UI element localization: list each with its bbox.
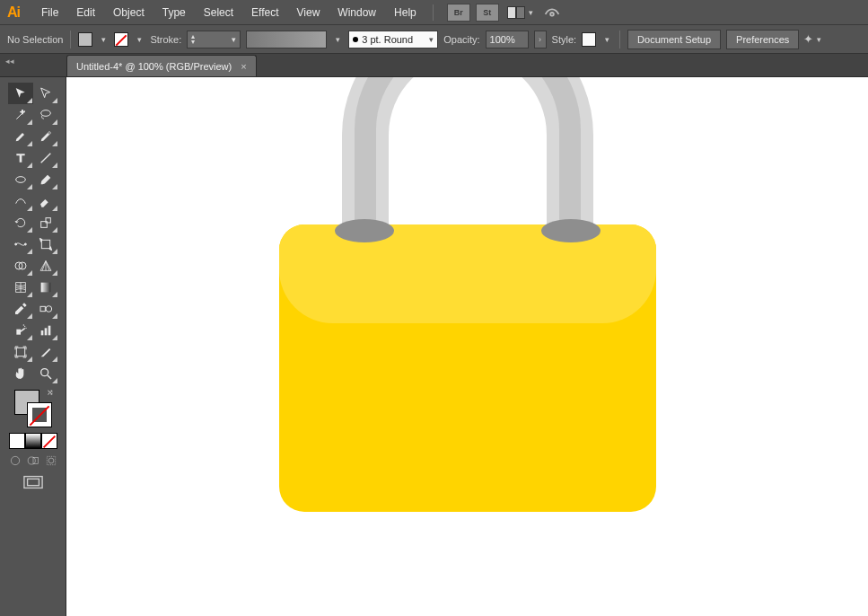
svg-point-7 — [24, 243, 26, 245]
gpu-preview-icon[interactable] — [542, 4, 562, 21]
svg-point-17 — [22, 324, 23, 325]
eraser-tool[interactable] — [33, 190, 58, 212]
menu-window[interactable]: Window — [329, 3, 385, 22]
arrange-documents-button[interactable]: ▾ — [507, 6, 537, 19]
stroke-label: Stroke: — [150, 34, 181, 45]
svg-point-23 — [11, 456, 19, 464]
mesh-tool[interactable] — [8, 277, 33, 298]
selection-status: No Selection — [7, 34, 63, 45]
color-mode-gradient[interactable] — [25, 433, 41, 449]
menu-type[interactable]: Type — [153, 3, 195, 22]
tools-panel: ⤭ — [0, 77, 66, 616]
column-graph-tool[interactable] — [33, 320, 58, 341]
opacity-input[interactable]: 100% — [486, 31, 529, 48]
brush-definition[interactable]: 3 pt. Round ▾ — [348, 31, 438, 48]
pen-tool[interactable] — [8, 126, 33, 147]
svg-rect-8 — [41, 240, 49, 248]
eyedropper-tool[interactable] — [8, 298, 33, 320]
hand-tool[interactable] — [8, 363, 33, 384]
app-logo-icon: Ai — [7, 4, 20, 21]
magic-wand-tool[interactable] — [8, 104, 33, 126]
rotate-tool[interactable] — [8, 212, 33, 233]
svg-rect-12 — [40, 283, 50, 293]
menu-file[interactable]: File — [32, 3, 67, 22]
ellipse-tool[interactable] — [8, 169, 33, 190]
document-setup-button[interactable]: Document Setup — [627, 30, 721, 49]
svg-point-27 — [48, 458, 54, 463]
screen-mode-icon[interactable] — [23, 475, 43, 492]
menu-select[interactable]: Select — [195, 3, 242, 22]
menu-view[interactable]: View — [288, 3, 329, 22]
free-transform-tool[interactable] — [33, 233, 58, 255]
canvas[interactable] — [66, 77, 868, 616]
svg-rect-5 — [46, 218, 50, 223]
brush-definition-label: 3 pt. Round — [362, 34, 413, 45]
svg-point-16 — [25, 328, 26, 329]
artwork-padlock-icon — [279, 224, 656, 512]
color-mode-solid[interactable] — [9, 433, 25, 449]
menu-effect[interactable]: Effect — [242, 3, 287, 22]
svg-point-6 — [14, 243, 16, 245]
svg-point-14 — [46, 306, 52, 312]
svg-point-15 — [24, 326, 25, 327]
svg-rect-13 — [40, 306, 45, 311]
svg-rect-20 — [48, 326, 50, 336]
opacity-more-icon[interactable]: › — [534, 31, 547, 48]
draw-inside-icon[interactable] — [45, 454, 57, 470]
preferences-button[interactable]: Preferences — [726, 30, 799, 49]
bridge-button[interactable]: Br — [447, 4, 470, 22]
lasso-tool[interactable] — [33, 104, 58, 126]
document-tab[interactable]: Untitled-4* @ 100% (RGB/Preview) × — [66, 55, 257, 76]
type-tool[interactable] — [8, 147, 33, 169]
line-segment-tool[interactable] — [33, 147, 58, 169]
variable-width-profile[interactable] — [246, 31, 327, 48]
chevron-down-icon[interactable]: ▾ — [134, 32, 145, 47]
control-bar: No Selection ▾ ▾ Stroke: ▴▾ ▾ ▾ 3 pt. Ro… — [0, 25, 868, 54]
menu-object[interactable]: Object — [104, 3, 153, 22]
svg-rect-18 — [40, 330, 43, 335]
swap-fill-stroke-icon[interactable]: ⤭ — [47, 388, 54, 397]
zoom-tool[interactable] — [33, 363, 58, 384]
width-tool[interactable] — [8, 233, 33, 255]
svg-rect-26 — [47, 456, 55, 464]
symbol-sprayer-tool[interactable] — [8, 320, 33, 341]
draw-behind-icon[interactable] — [27, 454, 39, 470]
svg-rect-29 — [27, 479, 39, 485]
stroke-swatch[interactable] — [114, 32, 128, 47]
artboard-tool[interactable] — [8, 341, 33, 363]
panel-collapse-icon[interactable]: ◂◂ — [0, 54, 66, 68]
stock-button[interactable]: St — [476, 4, 499, 22]
perspective-grid-tool[interactable] — [33, 255, 58, 277]
stroke-color-icon[interactable] — [27, 402, 52, 427]
align-to-icon[interactable]: ✦▾ — [804, 30, 824, 49]
direct-selection-tool[interactable] — [33, 83, 58, 104]
chevron-down-icon[interactable]: ▾ — [601, 32, 612, 47]
blend-tool[interactable] — [33, 298, 58, 320]
gradient-tool[interactable] — [33, 277, 58, 298]
graphic-style-swatch[interactable] — [582, 32, 596, 47]
color-mode-row — [9, 433, 57, 449]
menu-edit[interactable]: Edit — [67, 3, 104, 22]
svg-point-24 — [28, 457, 35, 464]
fill-swatch[interactable] — [78, 32, 92, 47]
shaper-tool[interactable] — [8, 190, 33, 212]
stroke-weight-input[interactable]: ▴▾ ▾ — [187, 31, 241, 48]
fill-stroke-control[interactable]: ⤭ — [14, 390, 52, 427]
chevron-down-icon[interactable]: ▾ — [332, 32, 343, 47]
chevron-down-icon[interactable]: ▾ — [98, 32, 109, 47]
scale-tool[interactable] — [33, 212, 58, 233]
shape-builder-tool[interactable] — [8, 255, 33, 277]
menu-help[interactable]: Help — [385, 3, 425, 22]
color-mode-none[interactable] — [41, 433, 57, 449]
selection-tool[interactable] — [8, 83, 33, 104]
opacity-label: Opacity: — [443, 34, 479, 45]
close-icon[interactable]: × — [241, 61, 246, 72]
paintbrush-tool[interactable] — [33, 169, 58, 190]
slice-tool[interactable] — [33, 341, 58, 363]
divider — [433, 4, 434, 21]
curvature-tool[interactable] — [33, 126, 58, 147]
svg-point-3 — [15, 177, 25, 183]
svg-point-2 — [48, 132, 50, 135]
divider — [619, 31, 620, 48]
draw-normal-icon[interactable] — [9, 454, 22, 470]
